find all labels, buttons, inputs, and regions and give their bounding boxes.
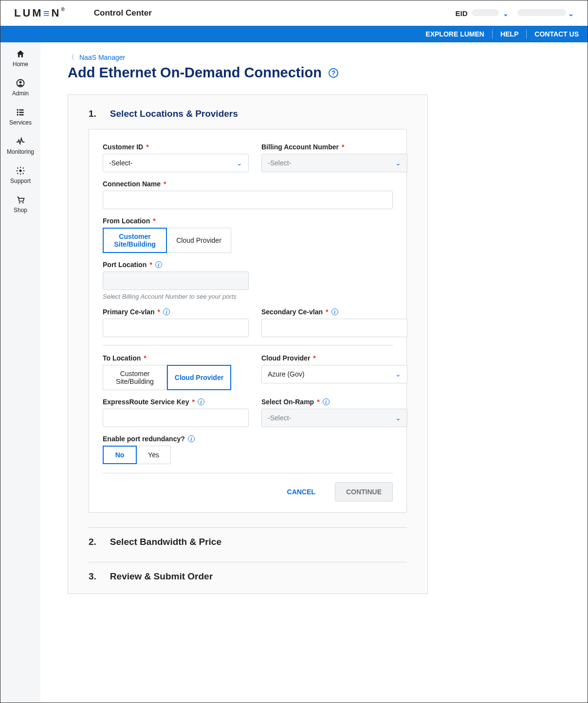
cloud-provider-label: Cloud Provider *	[261, 354, 407, 362]
sidebar-item-monitoring[interactable]: Monitoring	[7, 137, 34, 155]
cloud-provider-select[interactable]: Azure (Gov) ⌄	[261, 365, 407, 383]
to-location-toggle: Customer Site/Building Cloud Provider	[103, 365, 249, 390]
breadcrumb-parent: NaaS Manager	[79, 54, 125, 61]
sidebar-item-shop[interactable]: Shop	[14, 195, 27, 214]
divider	[89, 562, 407, 562]
connection-name-input[interactable]	[103, 191, 393, 209]
svg-point-8	[19, 170, 22, 172]
info-icon[interactable]: i	[331, 308, 338, 315]
continue-button[interactable]: CONTINUE	[335, 482, 393, 502]
primary-cevlan-label: Primary Ce-vlan * i	[103, 308, 249, 316]
secondary-cevlan-label: Secondary Ce-vlan * i	[261, 308, 407, 316]
info-icon[interactable]: i	[163, 308, 170, 315]
chevron-down-icon: ⌄	[503, 10, 509, 18]
step-2-header[interactable]: 2. Select Bandwidth & Price	[68, 537, 427, 547]
chevron-down-icon: ⌄	[395, 159, 401, 167]
gear-icon	[16, 166, 25, 176]
brand-logo: LUM≡N®	[14, 7, 65, 19]
from-location-cloud[interactable]: Cloud Provider	[167, 228, 231, 253]
primary-cevlan-input[interactable]	[103, 319, 249, 337]
content: 〈 NaaS Manager Add Ethernet On-Demand Co…	[40, 42, 588, 703]
expressroute-input[interactable]	[103, 409, 249, 427]
cart-icon	[16, 195, 25, 205]
expressroute-label: ExpressRoute Service Key * i	[103, 398, 249, 406]
svg-rect-7	[19, 114, 23, 116]
svg-point-10	[22, 202, 24, 203]
sidebar-item-support[interactable]: Support	[10, 166, 31, 184]
from-location-toggle: Customer Site/Building Cloud Provider	[103, 228, 393, 253]
wizard-panel: 1. Select Locations & Providers Customer…	[68, 94, 428, 594]
divider	[103, 345, 393, 345]
connection-name-label: Connection Name *	[103, 180, 393, 188]
step-1-form: Customer ID * -Select- ⌄ Billing Account…	[89, 129, 407, 513]
user-icon	[16, 78, 25, 88]
breadcrumb[interactable]: 〈 NaaS Manager	[68, 53, 568, 62]
customer-id-label: Customer ID *	[103, 143, 249, 151]
chevron-down-icon: ⌄	[568, 10, 574, 18]
step-3-header[interactable]: 3. Review & Submit Order	[68, 571, 427, 582]
onramp-label: Select On-Ramp * i	[261, 398, 407, 406]
info-icon[interactable]: i	[198, 398, 204, 405]
list-icon	[16, 108, 25, 117]
info-icon[interactable]: i	[155, 261, 162, 268]
port-location-hint: Select Billing Account Number to see you…	[103, 293, 249, 300]
from-location-customer[interactable]: Customer Site/Building	[103, 228, 167, 253]
sidebar-item-label: Admin	[12, 90, 29, 97]
ban-select[interactable]: -Select- ⌄	[261, 154, 407, 172]
chevron-down-icon: ⌄	[395, 414, 401, 422]
chevron-left-icon: 〈	[68, 53, 74, 62]
help-icon[interactable]: ?	[329, 68, 338, 78]
sidebar-item-label: Shop	[14, 207, 27, 214]
explore-link[interactable]: EXPLORE LUMEN	[425, 30, 484, 38]
home-icon	[16, 49, 25, 59]
to-location-customer[interactable]: Customer Site/Building	[103, 365, 167, 390]
cancel-button[interactable]: CANCEL	[276, 482, 326, 502]
eid-dropdown[interactable]: EID ⌄	[455, 9, 508, 18]
svg-point-9	[19, 202, 20, 203]
svg-rect-5	[19, 112, 23, 113]
contact-link[interactable]: CONTACT US	[534, 30, 579, 38]
sidebar: Home Admin Services Monitoring Support S…	[0, 42, 40, 703]
info-icon[interactable]: i	[323, 398, 330, 405]
divider	[526, 30, 527, 38]
svg-point-6	[17, 114, 18, 115]
sidebar-item-services[interactable]: Services	[9, 108, 32, 126]
port-location-label: Port Location * i	[103, 261, 249, 269]
port-location-input[interactable]	[103, 271, 249, 290]
help-link[interactable]: HELP	[500, 30, 518, 38]
sidebar-item-admin[interactable]: Admin	[12, 78, 29, 97]
sidebar-item-label: Monitoring	[7, 148, 34, 155]
onramp-select[interactable]: -Select- ⌄	[261, 409, 407, 427]
redundancy-yes[interactable]: Yes	[137, 446, 171, 464]
divider	[492, 30, 493, 38]
secondary-cevlan-input[interactable]	[261, 319, 407, 337]
page-title: Add Ethernet On-Demand Connection ?	[68, 65, 568, 81]
eid-area: EID ⌄ ⌄	[455, 9, 574, 18]
to-location-label: To Location *	[103, 354, 249, 362]
sidebar-item-label: Services	[9, 119, 32, 126]
sidebar-item-label: Support	[10, 178, 31, 184]
redundancy-no[interactable]: No	[103, 446, 137, 464]
sidebar-item-label: Home	[13, 61, 28, 68]
info-icon[interactable]: i	[188, 435, 195, 442]
from-location-label: From Location *	[103, 217, 393, 225]
redundancy-toggle: No Yes	[103, 446, 393, 464]
top-header: LUM≡N® Control Center EID ⌄ ⌄	[0, 0, 588, 26]
step-actions: CANCEL CONTINUE	[103, 473, 393, 502]
redundancy-label: Enable port redundancy? i	[103, 435, 393, 443]
ban-label: Billing Account Number *	[261, 143, 407, 151]
top-link-bar: EXPLORE LUMEN HELP CONTACT US	[0, 26, 588, 42]
account-dropdown[interactable]: ⌄	[517, 9, 574, 18]
redacted-pill	[517, 9, 566, 16]
redacted-pill	[472, 9, 499, 16]
svg-point-2	[17, 109, 18, 110]
heartbeat-icon	[16, 137, 25, 146]
chevron-down-icon: ⌄	[237, 159, 242, 167]
divider	[89, 527, 407, 528]
step-1-header: 1. Select Locations & Providers	[68, 108, 427, 119]
sidebar-item-home[interactable]: Home	[13, 49, 28, 68]
product-name: Control Center	[94, 8, 152, 18]
customer-id-select[interactable]: -Select- ⌄	[103, 154, 249, 172]
chevron-down-icon: ⌄	[395, 370, 401, 378]
to-location-cloud[interactable]: Cloud Provider	[167, 365, 231, 390]
